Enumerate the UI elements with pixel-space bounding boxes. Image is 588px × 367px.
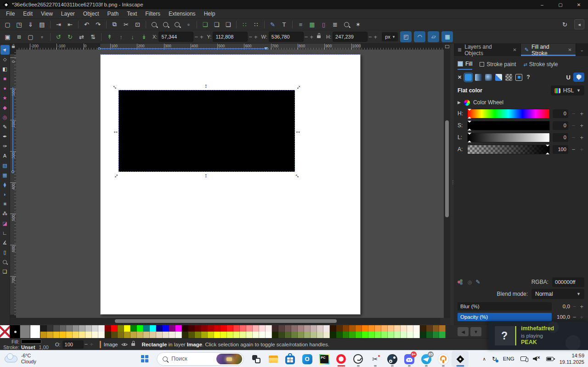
tab-fill-and-stroke[interactable]: ✎ Fill and Stroke ✕ [521, 44, 576, 56]
h-decrease-button[interactable]: − [368, 34, 372, 40]
palette-swatch[interactable] [291, 325, 298, 332]
blend-mode-dropdown[interactable]: Normal ▼ [531, 289, 584, 299]
palette-swatch[interactable] [0, 325, 10, 338]
tool-box-3d[interactable]: ◆ [0, 103, 10, 113]
close-tab-icon[interactable]: ✕ [568, 47, 571, 52]
raise-to-top-button[interactable]: ↟ [104, 32, 115, 42]
menu-path[interactable]: Path [103, 9, 123, 18]
toggle-bbox-button[interactable]: ▫ [36, 32, 48, 42]
tool-star[interactable]: ★ [0, 93, 10, 103]
opacity-decrease-button[interactable]: − [85, 341, 88, 347]
duplicate-button[interactable]: ❏ [199, 19, 211, 30]
palette-swatch[interactable] [66, 332, 73, 338]
color-managed-icon[interactable] [458, 279, 464, 285]
tool-ellipse[interactable]: ● [0, 84, 10, 93]
search-daily-image[interactable] [216, 354, 242, 364]
palette-swatch[interactable] [253, 332, 259, 338]
tool-tweak[interactable]: ✳ [0, 199, 10, 209]
palette-swatch[interactable] [317, 325, 323, 332]
subtab-stroke-paint[interactable]: Stroke paint [480, 59, 516, 70]
collapse-toolbar-button[interactable]: ◂ [574, 19, 584, 29]
palette-swatch[interactable] [137, 332, 143, 338]
palette-swatch[interactable] [208, 325, 214, 332]
palette-swatch[interactable] [388, 332, 394, 338]
palette-swatch[interactable] [259, 332, 266, 338]
tool-spiral[interactable]: ◎ [0, 113, 10, 122]
palette-swatch[interactable] [92, 332, 98, 338]
save-document-button[interactable]: ⇓ [25, 19, 36, 30]
y-input[interactable]: 112,808 [213, 32, 248, 42]
menu-help[interactable]: Help [200, 9, 220, 18]
palette-swatch[interactable] [394, 332, 401, 338]
palette-swatch[interactable] [336, 325, 343, 332]
palette-swatch[interactable] [298, 332, 304, 338]
menu-file[interactable]: File [2, 9, 19, 18]
undo-button[interactable]: ↶ [81, 19, 92, 30]
fill-color-swatch[interactable] [21, 339, 41, 344]
taskbar-clock[interactable] [350, 351, 367, 367]
tool-pages[interactable]: ❏ [0, 267, 10, 277]
color-picker-icon[interactable]: ✎ [476, 279, 481, 285]
unlink-clone-button[interactable]: ❏ [222, 19, 234, 30]
palette-swatch[interactable] [291, 332, 298, 338]
paste-button[interactable]: ⊡ [132, 19, 143, 30]
palette-swatch[interactable] [233, 332, 240, 338]
palette-swatch[interactable] [73, 325, 79, 332]
h-decrease-button[interactable]: − [572, 111, 576, 117]
palette-swatch[interactable] [163, 332, 169, 338]
h-increase-button[interactable]: + [374, 34, 378, 40]
palette-swatch[interactable] [111, 325, 118, 332]
radial-gradient-button[interactable] [485, 74, 492, 81]
document-properties-button[interactable]: ▯ [318, 19, 329, 30]
palette-swatch[interactable] [343, 332, 349, 338]
menu-object[interactable]: Object [79, 9, 103, 18]
palette-swatch[interactable] [214, 325, 220, 332]
menu-view[interactable]: View [37, 9, 57, 18]
object-opacity-input[interactable]: 100 [62, 340, 84, 349]
palette-swatch[interactable] [175, 325, 182, 332]
palette-swatch[interactable] [66, 325, 73, 332]
palette-swatch[interactable] [323, 332, 330, 338]
palette-swatch[interactable] [118, 332, 124, 338]
export-button[interactable]: ⇤ [64, 19, 76, 30]
weather-widget[interactable]: -6°C Cloudy [5, 350, 36, 367]
pattern-button[interactable] [495, 74, 502, 81]
copy-button[interactable]: ⧉ [109, 19, 120, 30]
swatch-button[interactable] [515, 74, 522, 81]
palette-swatch[interactable] [311, 325, 317, 332]
palette-swatch[interactable] [240, 325, 246, 332]
unknown-paint-button[interactable]: ? [526, 74, 530, 80]
tool-connector[interactable]: ∟ [0, 228, 10, 238]
taskbar-steam[interactable] [384, 351, 401, 367]
unit-dropdown[interactable]: px▾ [382, 32, 398, 41]
volume-muted-icon[interactable] [533, 356, 540, 361]
new-document-button[interactable]: ▢ [2, 19, 13, 30]
swatches-dialog-button[interactable]: ▦ [306, 19, 318, 30]
taskbar-store[interactable] [282, 351, 299, 367]
scale-handle-s[interactable]: ↔ [204, 173, 210, 179]
dock-menu-chevron-icon[interactable]: ⌄ [576, 44, 588, 56]
menu-edit[interactable]: Edit [19, 9, 37, 18]
import-button[interactable]: ⇥ [53, 19, 64, 30]
opacity-increase-button[interactable]: + [90, 341, 93, 347]
palette-swatch[interactable] [368, 325, 375, 332]
taskbar-openvpn[interactable] [435, 351, 452, 367]
steam-notification[interactable]: ? imthefatfred is playing PEAK [488, 322, 588, 350]
palette-swatch[interactable] [30, 325, 40, 338]
linear-gradient-button[interactable] [475, 74, 482, 81]
palette-swatch[interactable] [285, 325, 291, 332]
scale-handle-sw[interactable]: ↔ [111, 171, 119, 179]
palette-swatch[interactable] [73, 332, 79, 338]
xml-editor-button[interactable] [341, 19, 352, 30]
rgba-input[interactable]: 000000ff [552, 277, 584, 287]
update-restart-icon[interactable]: ↻ [492, 356, 497, 362]
stroke-value[interactable]: Unset [21, 344, 35, 350]
zoom-page-button[interactable] [171, 19, 183, 30]
palette-swatch[interactable] [175, 332, 182, 338]
palette-swatch[interactable] [85, 325, 92, 332]
tool-selector[interactable]: ➤ [0, 45, 10, 55]
group-button[interactable]: ∷ [239, 19, 250, 30]
palette-swatch[interactable] [182, 325, 188, 332]
lower-to-bottom-button[interactable]: ↡ [138, 32, 150, 42]
palette-swatch[interactable] [401, 325, 407, 332]
